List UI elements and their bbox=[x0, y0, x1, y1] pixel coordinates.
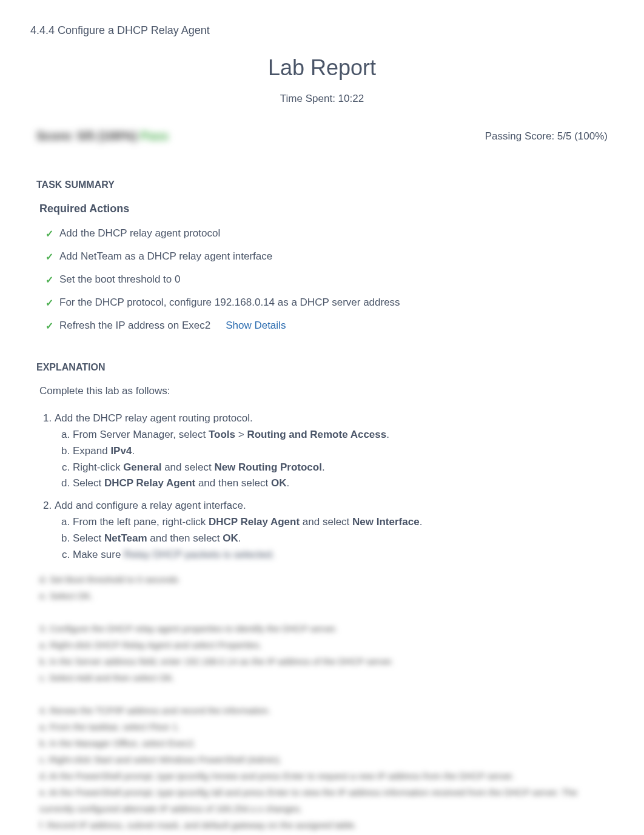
step-1-sublist: From Server Manager, select Tools > Rout… bbox=[55, 428, 614, 491]
step-2: Add and configure a relay agent interfac… bbox=[55, 500, 614, 562]
required-actions-header: Required Actions bbox=[30, 203, 614, 215]
action-item: ✓ Add NetTeam as a DHCP relay agent inte… bbox=[45, 250, 614, 263]
step-1a: From Server Manager, select Tools > Rout… bbox=[73, 428, 614, 442]
score-text: Score: 5/5 (100%) bbox=[36, 129, 140, 143]
step-1: Add the DHCP relay agent routing protoco… bbox=[55, 412, 614, 491]
task-summary-header: TASK SUMMARY bbox=[30, 179, 614, 190]
passing-score: Passing Score: 5/5 (100%) bbox=[485, 130, 608, 143]
action-text: Add the DHCP relay agent protocol bbox=[59, 227, 220, 240]
check-icon: ✓ bbox=[45, 251, 53, 263]
report-title: Lab Report bbox=[30, 55, 614, 81]
score-row: Score: 5/5 (100%) Pass Passing Score: 5/… bbox=[30, 129, 614, 143]
action-text: For the DHCP protocol, configure 192.168… bbox=[59, 297, 400, 309]
score-blurred: Score: 5/5 (100%) Pass bbox=[36, 129, 169, 143]
blurred-block: d. Set Boot threshold to 0 seconds e. Se… bbox=[30, 571, 614, 833]
page-title: 4.4.4 Configure a DHCP Relay Agent bbox=[30, 24, 614, 37]
step-2a: From the left pane, right-click DHCP Rel… bbox=[73, 515, 614, 529]
action-item: ✓ Refresh the IP address on Exec2 Show D… bbox=[45, 320, 614, 332]
step-1b: Expand IPv4. bbox=[73, 444, 614, 458]
step-2c: Make sure Relay DHCP packets is selected… bbox=[73, 548, 614, 562]
explanation-list: Add the DHCP relay agent routing protoco… bbox=[30, 412, 614, 562]
step-1c: Right-click General and select New Routi… bbox=[73, 460, 614, 475]
action-item: ✓ For the DHCP protocol, configure 192.1… bbox=[45, 297, 614, 309]
step-2-title: Add and configure a relay agent interfac… bbox=[55, 500, 246, 511]
check-icon: ✓ bbox=[45, 228, 53, 240]
step-1-title: Add the DHCP relay agent routing protoco… bbox=[55, 412, 253, 424]
step-1d: Select DHCP Relay Agent and then select … bbox=[73, 476, 614, 491]
action-text: Add NetTeam as a DHCP relay agent interf… bbox=[59, 250, 272, 263]
explanation-header: EXPLANATION bbox=[30, 362, 614, 373]
action-list: ✓ Add the DHCP relay agent protocol ✓ Ad… bbox=[30, 227, 614, 332]
time-spent: Time Spent: 10:22 bbox=[30, 93, 614, 105]
score-pass: Pass bbox=[140, 129, 169, 143]
show-details-link[interactable]: Show Details bbox=[226, 320, 286, 332]
step-2-sublist: From the left pane, right-click DHCP Rel… bbox=[55, 515, 614, 562]
action-text: Refresh the IP address on Exec2 bbox=[59, 320, 210, 332]
check-icon: ✓ bbox=[45, 297, 53, 309]
explanation-intro: Complete this lab as follows: bbox=[30, 385, 614, 397]
blurred-text: Relay DHCP packets is selected. bbox=[124, 549, 275, 560]
action-text: Set the boot threshold to 0 bbox=[59, 273, 180, 286]
action-item: ✓ Add the DHCP relay agent protocol bbox=[45, 227, 614, 240]
check-icon: ✓ bbox=[45, 274, 53, 286]
action-item: ✓ Set the boot threshold to 0 bbox=[45, 273, 614, 286]
check-icon: ✓ bbox=[45, 320, 53, 332]
step-2b: Select NetTeam and then select OK. bbox=[73, 531, 614, 546]
